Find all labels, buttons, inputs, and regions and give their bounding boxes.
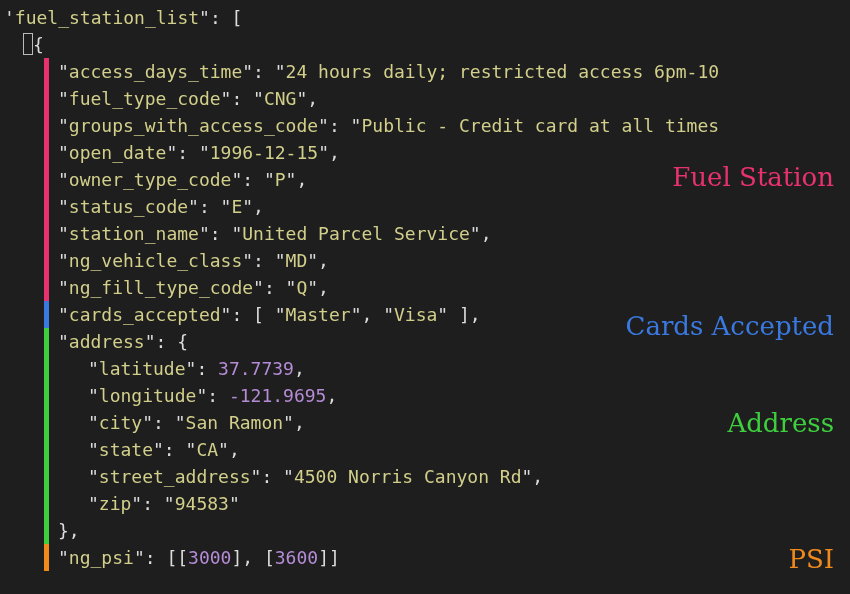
kv-latitude: "latitude": 37.7739, — [4, 355, 850, 382]
kv-ng-vehicle-class: "ng_vehicle_class": "MD", — [4, 247, 850, 274]
kv-state: "state": "CA", — [4, 436, 850, 463]
kv-address-close: }, — [4, 517, 850, 544]
label-cards-accepted: Cards Accepted — [626, 307, 834, 346]
kv-ng-psi: "ng_psi": [[3000], [3600]] — [4, 544, 850, 571]
label-address: Address — [727, 404, 834, 443]
kv-zip: "zip": "94583" — [4, 490, 850, 517]
label-psi: PSI — [788, 540, 834, 579]
kv-street-address: "street_address": "4500 Norris Canyon Rd… — [4, 463, 850, 490]
object-open: { — [4, 31, 850, 58]
kv-groups-with-access-code: "groups_with_access_code": "Public - Cre… — [4, 112, 850, 139]
kv-ng-fill-type-code: "ng_fill_type_code": "Q", — [4, 274, 850, 301]
kv-access-days-time: "access_days_time": "24 hours daily; res… — [4, 58, 850, 85]
root-line: 'fuel_station_list": [ — [4, 4, 850, 31]
cursor — [23, 33, 33, 55]
kv-longitude: "longitude": -121.9695, — [4, 382, 850, 409]
kv-status-code: "status_code": "E", — [4, 193, 850, 220]
code-block: 'fuel_station_list": [ { "access_days_ti… — [4, 4, 850, 571]
kv-station-name: "station_name": "United Parcel Service", — [4, 220, 850, 247]
label-fuel-station: Fuel Station — [672, 158, 834, 197]
kv-city: "city": "San Ramon", — [4, 409, 850, 436]
kv-fuel-type-code: "fuel_type_code": "CNG", — [4, 85, 850, 112]
